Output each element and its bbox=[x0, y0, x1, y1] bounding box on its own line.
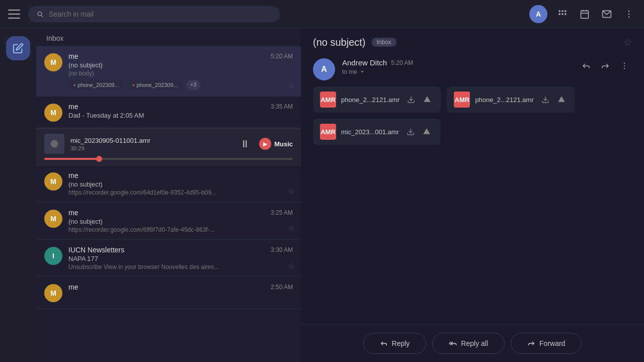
inbox-label: Inbox bbox=[36, 28, 301, 46]
reply-button[interactable]: Reply bbox=[363, 333, 427, 354]
mail-icon[interactable] bbox=[600, 7, 614, 21]
email-time: 3:25 AM bbox=[271, 209, 293, 216]
to-me-label: to me bbox=[342, 68, 357, 75]
attachment-filename: phone_2...2121.amr bbox=[475, 96, 533, 104]
top-icons bbox=[555, 7, 636, 21]
reply-icon-button[interactable] bbox=[579, 58, 594, 73]
inbox-badge: Inbox bbox=[372, 38, 396, 47]
svg-rect-4 bbox=[561, 13, 563, 15]
progress-bar[interactable] bbox=[44, 158, 293, 160]
to-me-dropdown[interactable]: to me bbox=[342, 68, 572, 75]
email-header-row: me 2:50 AM bbox=[68, 283, 293, 291]
player-top: mic_20230905-011001.amr 30:29 ⏸ ▶ Music bbox=[44, 134, 293, 154]
svg-point-17 bbox=[624, 65, 625, 66]
download-button[interactable] bbox=[404, 125, 417, 138]
music-brand: Music bbox=[274, 140, 293, 148]
attachment-file-icon: AMR bbox=[320, 92, 336, 108]
attachments-row: ▪ phone_202309... ▪ phone_202309... +3 bbox=[68, 80, 293, 90]
email-preview: https://recorder.google.com/64d1ef0e-935… bbox=[68, 189, 293, 196]
pause-button[interactable]: ⏸ bbox=[237, 136, 253, 152]
email-time: 3:30 AM bbox=[271, 246, 293, 253]
search-input[interactable] bbox=[49, 10, 272, 18]
player-duration: 30:29 bbox=[70, 145, 231, 151]
svg-rect-3 bbox=[559, 13, 560, 15]
svg-point-11 bbox=[628, 10, 630, 12]
attachment-filename: phone_2...2121.amr bbox=[341, 96, 399, 104]
menu-icon[interactable] bbox=[8, 10, 20, 19]
email-item[interactable]: M me 3:25 AM (no subject) https://record… bbox=[36, 203, 301, 240]
email-subject: NAPA 177 bbox=[68, 255, 293, 262]
attachment-file-icon: AMR bbox=[320, 124, 336, 140]
email-content: me 5:20 AM (no subject) (no body) ▪ phon… bbox=[68, 52, 293, 90]
star-button[interactable]: ☆ bbox=[288, 261, 295, 270]
email-time: 5:20 AM bbox=[271, 53, 293, 60]
player-thumbnail bbox=[44, 134, 64, 154]
sender-time: 5:20 AM bbox=[391, 59, 413, 66]
avatar: M bbox=[44, 172, 62, 191]
top-bar: A bbox=[0, 0, 644, 28]
email-list-panel: Inbox M me 5:20 AM (no subject) (no body… bbox=[36, 28, 301, 362]
drive-save-button[interactable] bbox=[420, 125, 433, 138]
player-progress[interactable] bbox=[44, 158, 293, 160]
forward-button[interactable]: Forward bbox=[511, 333, 582, 354]
svg-rect-2 bbox=[565, 10, 566, 12]
svg-point-12 bbox=[628, 13, 630, 15]
forward-label: Forward bbox=[539, 339, 565, 347]
svg-point-15 bbox=[53, 142, 56, 145]
attachment-actions bbox=[404, 125, 433, 138]
drive-save-button[interactable] bbox=[555, 93, 568, 106]
email-content: me 3:35 AM Dad - Tuesday at 2:05 AM bbox=[68, 103, 293, 120]
reply-all-label: Reply all bbox=[461, 339, 488, 347]
email-time: 3:35 AM bbox=[271, 103, 293, 110]
user-avatar[interactable]: A bbox=[529, 5, 547, 23]
detail-header: (no subject) Inbox ☆ bbox=[301, 28, 644, 54]
calendar-icon[interactable] bbox=[578, 7, 592, 21]
email-time: 2:50 AM bbox=[271, 284, 293, 291]
music-player: mic_20230905-011001.amr 30:29 ⏸ ▶ Music bbox=[36, 128, 301, 165]
star-button[interactable]: ☆ bbox=[288, 187, 295, 196]
email-sender: me bbox=[68, 171, 78, 179]
attachment-name: phone_202309... bbox=[77, 82, 119, 88]
more-options-icon[interactable] bbox=[622, 7, 636, 21]
drive-save-button[interactable] bbox=[421, 93, 434, 106]
email-message-header: A Andrew Ditch 5:20 AM to me bbox=[301, 54, 644, 86]
svg-point-18 bbox=[624, 68, 625, 69]
reply-bar: Reply Reply all Forward bbox=[301, 324, 644, 362]
email-preview: Unsubscribe View in your browser Nouvell… bbox=[68, 263, 293, 270]
email-item[interactable]: M me 3:35 AM Dad - Tuesday at 2:05 AM bbox=[36, 97, 301, 128]
attachment-actions bbox=[405, 93, 434, 106]
sidebar bbox=[0, 28, 36, 362]
reply-all-button[interactable]: Reply all bbox=[432, 333, 505, 354]
email-preview: https://recorder.google.com/6ff6f7d0-7af… bbox=[68, 226, 293, 233]
apps-icon[interactable] bbox=[555, 7, 570, 21]
email-subject: Dad - Tuesday at 2:05 AM bbox=[68, 112, 293, 119]
avatar: M bbox=[44, 53, 62, 71]
svg-rect-1 bbox=[561, 10, 563, 12]
attachment-file-icon: AMR bbox=[454, 92, 470, 108]
star-button[interactable]: ☆ bbox=[288, 80, 295, 90]
download-button[interactable] bbox=[539, 93, 552, 106]
search-bar[interactable] bbox=[28, 6, 280, 22]
email-content: me 2:50 AM bbox=[68, 283, 293, 292]
email-sender: me bbox=[68, 52, 78, 60]
email-item[interactable]: I IUCN Newsletters 3:30 AM NAPA 177 Unsu… bbox=[36, 240, 301, 277]
email-item[interactable]: M me 5:20 AM (no subject) (no body) ▪ ph… bbox=[36, 46, 301, 97]
email-content: me (no subject) https://recorder.google.… bbox=[68, 171, 293, 196]
email-sender: me bbox=[68, 283, 78, 291]
sender-name-row: Andrew Ditch 5:20 AM bbox=[342, 58, 572, 67]
star-button[interactable]: ☆ bbox=[623, 36, 632, 48]
progress-filled bbox=[44, 158, 99, 160]
email-subject: (no subject) bbox=[68, 61, 293, 69]
svg-point-13 bbox=[628, 16, 630, 18]
email-content: IUCN Newsletters 3:30 AM NAPA 177 Unsubs… bbox=[68, 246, 293, 270]
player-info: mic_20230905-011001.amr 30:29 bbox=[70, 137, 231, 151]
email-header-row: IUCN Newsletters 3:30 AM bbox=[68, 246, 293, 254]
forward-icon-button[interactable] bbox=[598, 58, 613, 73]
email-item[interactable]: M me (no subject) https://recorder.googl… bbox=[36, 165, 301, 203]
star-button[interactable]: ☆ bbox=[288, 224, 295, 233]
more-message-options[interactable] bbox=[617, 58, 632, 73]
download-button[interactable] bbox=[405, 93, 418, 106]
sender-info: Andrew Ditch 5:20 AM to me bbox=[342, 58, 572, 75]
email-item[interactable]: M me 2:50 AM bbox=[36, 277, 301, 309]
compose-button[interactable] bbox=[6, 36, 30, 60]
